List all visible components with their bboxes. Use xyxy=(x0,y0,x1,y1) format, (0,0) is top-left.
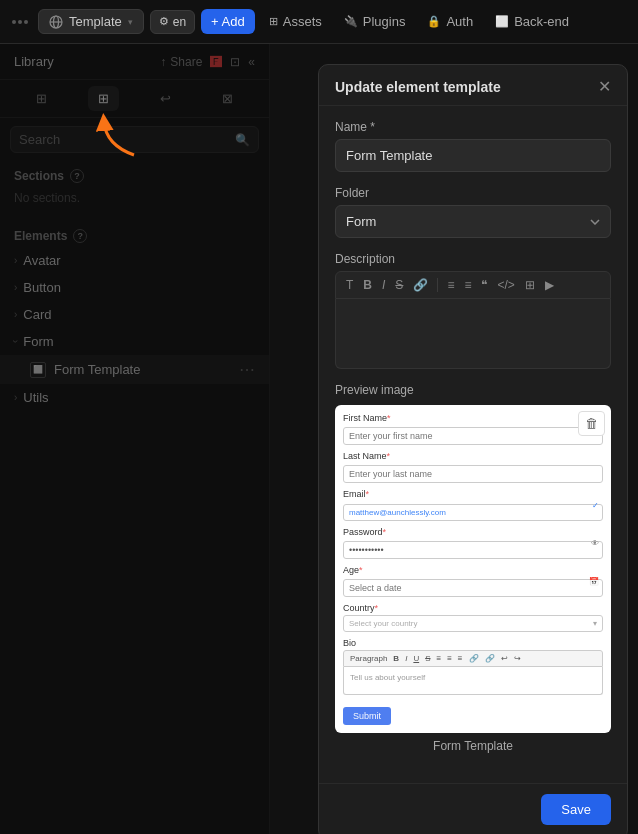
mini-rte-bold: B xyxy=(391,653,401,664)
mini-submit-button: Submit xyxy=(343,707,391,725)
save-label: Save xyxy=(561,802,591,817)
mini-bio-field: Bio Paragraph B I U S ≡ ≡ ≡ 🔗 xyxy=(343,638,603,695)
rte-italic-btn[interactable]: I xyxy=(378,276,389,294)
preview-image-label: Preview image xyxy=(335,383,611,397)
mini-last-name-input xyxy=(343,465,603,483)
template-nav-label: Template xyxy=(69,14,122,29)
mini-rte-link: 🔗 xyxy=(467,653,481,664)
nav-backend[interactable]: ⬜ Back-end xyxy=(487,10,577,33)
rte-video-btn[interactable]: ▶ xyxy=(541,276,558,294)
mini-age-input xyxy=(343,579,603,597)
calendar-icon: 📅 xyxy=(589,577,599,586)
mini-age-label: Age* xyxy=(343,565,603,575)
preview-container: 🗑 First Name* Last Name* xyxy=(335,405,611,733)
mini-rte-align-right: ≡ xyxy=(456,653,465,664)
name-field: Name * xyxy=(335,120,611,172)
mini-password-input xyxy=(343,541,603,559)
nav-dots xyxy=(8,16,32,28)
mini-rte-undo: ↩ xyxy=(499,653,510,664)
mini-bio-textarea: Tell us about yourself xyxy=(343,667,603,695)
password-toggle-icon: 👁 xyxy=(591,539,599,548)
nav-assets[interactable]: ⊞ Assets xyxy=(261,10,330,33)
modal-header: Update element template ✕ xyxy=(319,65,627,106)
mini-rte-strike: S xyxy=(423,653,432,664)
rte-table-btn[interactable]: ⊞ xyxy=(521,276,539,294)
update-template-modal: Update element template ✕ Name * Folder … xyxy=(318,64,628,834)
mini-first-name-field: First Name* xyxy=(343,413,603,445)
modal-footer: Save xyxy=(319,783,627,834)
mini-first-name-input xyxy=(343,427,603,445)
mini-first-name-label: First Name* xyxy=(343,413,603,423)
modal-body: Name * Folder Form None Description T B … xyxy=(319,106,627,783)
add-label: + Add xyxy=(211,14,245,29)
folder-field: Folder Form None xyxy=(335,186,611,238)
mini-form-preview: First Name* Last Name* Email* ✓ xyxy=(335,405,611,733)
name-input[interactable] xyxy=(335,139,611,172)
add-button[interactable]: + Add xyxy=(201,9,255,34)
mini-rte-redo: ↪ xyxy=(512,653,523,664)
language-selector[interactable]: ⚙ en xyxy=(150,10,195,34)
chevron-down-icon: ▾ xyxy=(128,17,133,27)
mini-email-label: Email* xyxy=(343,489,603,499)
mini-rte-underline: U xyxy=(411,653,421,664)
mini-password-field: Password* 👁 xyxy=(343,527,603,559)
rte-code-btn[interactable]: </> xyxy=(493,276,518,294)
preview-image-section: Preview image 🗑 First Name* Last Name* xyxy=(335,383,611,755)
nav-auth[interactable]: 🔒 Auth xyxy=(419,10,481,33)
mini-rte-paragraph: Paragraph xyxy=(348,653,389,664)
backend-label: Back-end xyxy=(514,14,569,29)
modal-title: Update element template xyxy=(335,79,501,95)
rte-ol-btn[interactable]: ≡ xyxy=(460,276,475,294)
mini-country-select: Select your country ▾ xyxy=(343,615,603,632)
folder-select[interactable]: Form None xyxy=(335,205,611,238)
plugins-label: Plugins xyxy=(363,14,406,29)
assets-label: Assets xyxy=(283,14,322,29)
template-nav-button[interactable]: Template ▾ xyxy=(38,9,144,34)
mini-age-field: Age* 📅 xyxy=(343,565,603,597)
mini-last-name-label: Last Name* xyxy=(343,451,603,461)
mini-email-input xyxy=(343,504,603,521)
name-label: Name * xyxy=(335,120,611,134)
mini-select-chevron-icon: ▾ xyxy=(593,619,597,628)
nav-plugins[interactable]: 🔌 Plugins xyxy=(336,10,414,33)
rte-quote-btn[interactable]: ❝ xyxy=(477,276,491,294)
description-toolbar: T B I S 🔗 ≡ ≡ ❝ </> ⊞ ▶ xyxy=(335,271,611,299)
mini-rte-align-left: ≡ xyxy=(435,653,444,664)
email-verify-icon: ✓ xyxy=(592,501,599,510)
mini-rte-link2: 🔗 xyxy=(483,653,497,664)
mini-country-label: Country* xyxy=(343,603,603,613)
lang-label: en xyxy=(173,15,186,29)
rte-bold-btn[interactable]: B xyxy=(359,276,376,294)
description-textarea[interactable] xyxy=(335,299,611,369)
mini-bio-label: Bio xyxy=(343,638,603,648)
rte-text-btn[interactable]: T xyxy=(342,276,357,294)
auth-label: Auth xyxy=(446,14,473,29)
preview-delete-button[interactable]: 🗑 xyxy=(578,411,605,436)
modal-close-button[interactable]: ✕ xyxy=(598,79,611,95)
preview-caption: Form Template xyxy=(335,733,611,755)
modal-overlay: Update element template ✕ Name * Folder … xyxy=(0,44,638,834)
description-field: Description T B I S 🔗 ≡ ≡ ❝ </> ⊞ ▶ xyxy=(335,252,611,369)
mini-rte-italic: I xyxy=(403,653,409,664)
description-label: Description xyxy=(335,252,611,266)
rte-link-btn[interactable]: 🔗 xyxy=(409,276,432,294)
save-button[interactable]: Save xyxy=(541,794,611,825)
rte-strike-btn[interactable]: S xyxy=(391,276,407,294)
mini-email-field: Email* ✓ xyxy=(343,489,603,521)
folder-label: Folder xyxy=(335,186,611,200)
mini-country-field: Country* Select your country ▾ xyxy=(343,603,603,632)
mini-rte-toolbar: Paragraph B I U S ≡ ≡ ≡ 🔗 🔗 ↩ xyxy=(343,650,603,667)
top-nav: Template ▾ ⚙ en + Add ⊞ Assets 🔌 Plugins… xyxy=(0,0,638,44)
mini-last-name-field: Last Name* xyxy=(343,451,603,483)
mini-rte-align-center: ≡ xyxy=(445,653,454,664)
mini-password-label: Password* xyxy=(343,527,603,537)
toolbar-separator xyxy=(437,278,438,292)
rte-ul-btn[interactable]: ≡ xyxy=(443,276,458,294)
